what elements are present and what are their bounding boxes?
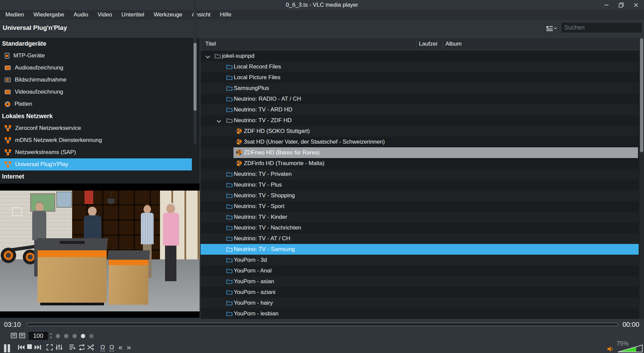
- shuffle-button[interactable]: [87, 344, 94, 351]
- tree-row-neutrino-tv-ard-hd[interactable]: Neutrino: TV - ARD HD: [201, 104, 639, 115]
- volume-slider[interactable]: [617, 344, 643, 353]
- extended-settings-button[interactable]: [55, 344, 63, 351]
- menu-hilfe[interactable]: Hilfe: [215, 10, 236, 19]
- tree-row-youporn-lesbian[interactable]: YouPorn - lesbian: [201, 308, 639, 319]
- sidebar-item-videoaufzeichnung[interactable]: Videoaufzeichnung: [0, 86, 192, 98]
- sidebar-item-bildschirmaufnahme[interactable]: Bildschirmaufnahme: [0, 74, 192, 86]
- tree-row-youporn-aziani[interactable]: YouPorn - aziani: [201, 287, 639, 298]
- tree-row-neutrino-tv-sport[interactable]: Neutrino: TV - Sport: [201, 201, 639, 212]
- video-desk2-body: [109, 265, 148, 305]
- stop-button[interactable]: [26, 344, 33, 349]
- loop-button[interactable]: [78, 344, 86, 351]
- close-button[interactable]: [632, 1, 640, 9]
- maximize-button[interactable]: [617, 1, 625, 9]
- tree-row-3sat-hd-unser-vater-der-staatschef-schweizerinnen[interactable]: 3sat HD (Unser Vater, der Staatschef - S…: [201, 137, 639, 147]
- menu-video[interactable]: Video: [93, 10, 117, 19]
- sidebar-item-audioaufzeichnung[interactable]: Audioaufzeichnung: [0, 62, 192, 74]
- previous-button[interactable]: [17, 344, 25, 351]
- video-desk1-base: [40, 303, 104, 305]
- search-input[interactable]: [561, 22, 642, 33]
- tree-row-zdfinfo-hd-traumorte-malta[interactable]: ZDFinfo HD (Traumorte - Malta): [201, 158, 639, 169]
- page-title: Universal Plug'n'Play: [3, 24, 67, 32]
- expander-chevron-icon[interactable]: [206, 54, 210, 58]
- slower-button[interactable]: «: [117, 344, 124, 351]
- tree-row-label: ZDFinfo HD (Traumorte - Malta): [244, 160, 324, 167]
- teletext-button[interactable]: [11, 333, 17, 338]
- tree-row-neutrino-tv-zdf-hd[interactable]: Neutrino: TV - ZDF HD: [201, 115, 639, 126]
- fullscreen-button[interactable]: [46, 344, 53, 351]
- folder-open-icon: [215, 53, 221, 60]
- tree-row-zdfneo-hd-bares-f-r-rares[interactable]: ZDFneo HD (Bares für Rares): [201, 147, 639, 158]
- menu-ansicht[interactable]: Ansicht: [187, 10, 215, 19]
- spinbox-arrows[interactable]: ▲▼: [49, 332, 53, 340]
- tree-row-samsungplus[interactable]: SamsungPlus: [201, 83, 639, 94]
- menu-wiedergabe[interactable]: Wiedergabe: [29, 10, 69, 19]
- ab-loop-b-button[interactable]: Ω: [108, 344, 115, 351]
- video-desk2-orange: [109, 260, 148, 265]
- expander-chevron-icon[interactable]: [217, 118, 221, 123]
- tree-row-youporn-hairy[interactable]: YouPorn - hairy: [201, 298, 639, 308]
- teletext-transparency-button[interactable]: [19, 333, 25, 338]
- media-item-icon: [236, 128, 242, 134]
- tree-row-neutrino-tv-plus[interactable]: Neutrino: TV - Plus: [201, 180, 639, 190]
- video-person-woman-body: [163, 213, 179, 246]
- video-channel-logo: [12, 207, 22, 216]
- minimize-button[interactable]: [602, 1, 610, 9]
- sidebar-item-universal-plug-n-play[interactable]: Universal Plug'n'Play: [0, 158, 192, 170]
- tree-row-label: ZDF HD (SOKO Stuttgart): [244, 128, 310, 135]
- sidebar-item-netzwerkstreams-sap[interactable]: Netzwerkstreams (SAP): [0, 146, 192, 158]
- menu-audio[interactable]: Audio: [69, 10, 93, 19]
- video-preview[interactable]: [0, 184, 200, 318]
- tree-row-label: jokel-xupnpd: [222, 53, 254, 59]
- tree-row-local-picture-files[interactable]: Local Picture Files: [201, 72, 639, 83]
- playlist-button[interactable]: [69, 344, 76, 350]
- column-header-titel[interactable]: Titel: [205, 38, 416, 50]
- tree-row-neutrino-tv-shopping[interactable]: Neutrino: TV - Shopping: [201, 190, 639, 201]
- tree-row-label: YouPorn - 3d: [234, 257, 267, 263]
- seek-slider[interactable]: [27, 323, 618, 326]
- title-bar[interactable]: 0_6_3.ts - VLC media player: [0, 0, 644, 10]
- tree-row-zdf-hd-soko-stuttgart[interactable]: ZDF HD (SOKO Stuttgart): [201, 126, 639, 137]
- menu-werkzeuge[interactable]: Werkzeuge: [149, 10, 187, 19]
- tree-row-youporn-asian[interactable]: YouPorn - asian: [201, 276, 639, 287]
- ab-loop-a-button[interactable]: Ω: [99, 344, 106, 351]
- tree-row-neutrino-tv-at-ch[interactable]: Neutrino: TV - AT / CH: [201, 233, 639, 244]
- column-header-laufzei[interactable]: Laufzei: [419, 38, 443, 50]
- menu-untertitel[interactable]: Untertitel: [117, 10, 149, 19]
- video-letterbox-top: [0, 184, 200, 191]
- pause-button[interactable]: [3, 344, 11, 353]
- sidebar-item-zeroconf-netzwerkservice[interactable]: Zeroconf Netzwerkservice: [0, 122, 192, 134]
- sidebar-item-platten[interactable]: Platten: [0, 98, 192, 110]
- volume-icon[interactable]: [607, 346, 614, 353]
- video-desk1-body: [38, 257, 107, 303]
- shuffle-icon: [87, 344, 94, 351]
- view-options-button[interactable]: [546, 24, 557, 32]
- sidebar-item-mtp-ger-te[interactable]: MTP-Geräte: [0, 50, 192, 62]
- folder-icon: [226, 290, 232, 297]
- status-dot: [64, 334, 68, 338]
- sidebar-scrollbar-handle[interactable]: [194, 43, 197, 111]
- column-separator: [443, 38, 443, 50]
- tree-row-youporn-3d[interactable]: YouPorn - 3d: [201, 255, 639, 265]
- tree-row-label: YouPorn - lesbian: [234, 310, 279, 317]
- tree-row-jokel-xupnpd[interactable]: jokel-xupnpd: [201, 51, 639, 61]
- faster-button[interactable]: »: [125, 344, 132, 351]
- sidebar-item-mdns-netzwerk-diensterkennung[interactable]: mDNS Netzwerk Diensterkennung: [0, 134, 192, 146]
- network-icon: [5, 137, 11, 143]
- tree-row-neutrino-tv-samsung[interactable]: Neutrino: TV - Samsung: [201, 244, 639, 255]
- teletext-page-spinbox[interactable]: [28, 332, 48, 340]
- menu-medien[interactable]: Medien: [1, 10, 29, 19]
- next-button[interactable]: [34, 344, 42, 351]
- playlist-scrollbar-handle[interactable]: [640, 38, 643, 152]
- tree-row-neutrino-radio-at-ch[interactable]: Neutrino: RADIO - AT / CH: [201, 94, 639, 104]
- status-dot: [89, 334, 94, 338]
- playlist-panel: TitelLaufzeiAlbum jokel-xupnpdLocal Reco…: [201, 38, 644, 319]
- tree-row-neutrino-tv-privaten[interactable]: Neutrino: TV - Privaten: [201, 169, 639, 180]
- tree-row-youporn-anal[interactable]: YouPorn - Anal: [201, 265, 639, 276]
- tree-row-label: Neutrino: TV - Shopping: [234, 192, 295, 199]
- tree-row-label: Neutrino: TV - Plus: [234, 182, 282, 188]
- column-header-album[interactable]: Album: [445, 38, 633, 50]
- tree-row-local-record-files[interactable]: Local Record Files: [201, 61, 639, 72]
- tree-row-neutrino-tv-kinder[interactable]: Neutrino: TV - Kinder: [201, 212, 639, 222]
- tree-row-neutrino-tv-nachrichten[interactable]: Neutrino: TV - Nachrichten: [201, 222, 639, 233]
